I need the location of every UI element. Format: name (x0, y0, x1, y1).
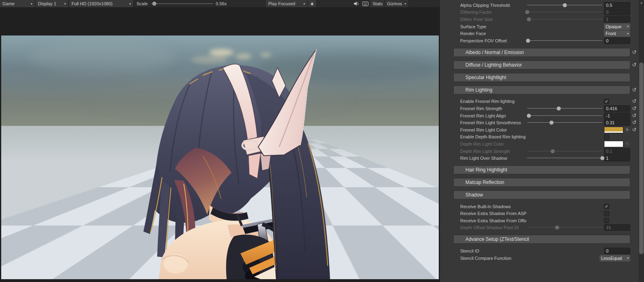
spacer (527, 247, 602, 255)
section-header-shadow[interactable]: Shadow (453, 190, 630, 199)
section-header-albedo-normal-emission[interactable]: Albedo / Normal / Emission (453, 48, 630, 57)
section-header-specular-hightlight[interactable]: Specular Hightlight (453, 73, 630, 82)
rim-light-over-shadow-value-field[interactable]: 1 (604, 155, 630, 161)
game-tab-dropdown[interactable]: Game ▾ (0, 0, 35, 7)
dropdown-value: Opaque (606, 24, 621, 29)
spacer (527, 134, 602, 141)
spacer (527, 98, 602, 105)
value-column (604, 218, 630, 223)
receive-extra-shadow-from-offsetted-depth-map-checkbox[interactable] (604, 218, 609, 223)
dither-pixel-size-value-field: 1 (604, 16, 630, 23)
revert-icon[interactable]: ↺ (630, 105, 638, 112)
row-dither-pixel-size: Dither Pixel Size1 (440, 16, 638, 23)
revert-icon[interactable]: ↺ (630, 113, 638, 119)
scale-slider[interactable] (151, 0, 213, 7)
fresnel-rim-strength-value-field[interactable]: 0.416 (604, 105, 630, 112)
depth-rim-light-color-swatch (604, 141, 623, 147)
stencil-id-value-field[interactable]: 0 (604, 248, 630, 254)
value-column: 0.5 (604, 2, 630, 8)
revert-icon[interactable]: ↺ (630, 98, 638, 104)
value-column: 0.416 (604, 105, 630, 112)
play-focused-dropdown[interactable]: Play Focused ▾ (266, 0, 308, 7)
rim-light-over-shadow-slider[interactable] (527, 155, 602, 162)
fresnel-rim-light-smoothness-value-field[interactable]: 0.31 (604, 119, 630, 126)
row-stencil-id: Stencil ID0 (440, 247, 638, 255)
section-specular-hightlight: Specular Hightlight (440, 73, 638, 82)
alpha-clipping-threshold-value-field[interactable]: 0.5 (604, 2, 630, 8)
render-face-dropdown[interactable]: Front▾ (604, 30, 630, 37)
fresnel-rim-light-align-value-field[interactable]: -1 (604, 113, 630, 119)
resolution-dropdown[interactable]: Full HD (1920x1080) ▾ (69, 0, 134, 7)
display-label: Display 1 (38, 1, 56, 6)
property-label: Receive Extra Shadow From Offsetted Dept… (460, 218, 526, 223)
value-column: 0.31 (604, 119, 630, 126)
enable-fresnel-rim-lighting-checkbox[interactable]: ✓ (604, 99, 609, 104)
gizmos-dropdown[interactable]: Gizmos ▾ (385, 0, 409, 7)
value-column (604, 134, 630, 140)
mute-audio-button[interactable] (352, 0, 360, 7)
section-header-rim-lighting[interactable]: Rim Lighting (453, 86, 630, 94)
enable-depth-based-rim-lighting-checkbox[interactable] (604, 134, 609, 140)
fresnel-rim-light-align-slider[interactable] (527, 112, 602, 119)
section-rim-lighting: Rim Lighting↺ (440, 86, 638, 94)
receive-extra-shadow-from-asp-shadowmap-checkbox[interactable] (604, 211, 609, 216)
value-column: ✎ (604, 127, 630, 133)
slider-knob[interactable] (549, 121, 554, 125)
slider-knob[interactable] (527, 114, 531, 118)
slider-knob (551, 149, 555, 153)
depth-rim-light-strength-slider (527, 148, 602, 155)
game-view-panel: Game ▾ Display 1 ▾ Full HD (1920x1080) ▾… (0, 0, 440, 282)
property-label: Fresnel Rim Light Align (460, 113, 526, 118)
revert-icon[interactable]: ↺ (630, 87, 638, 93)
game-viewport[interactable] (0, 7, 440, 282)
slider-knob[interactable] (563, 3, 567, 7)
game-tab-label: Game (2, 1, 15, 6)
fresnel-rim-strength-slider[interactable] (527, 105, 602, 112)
receive-built-in-shadows-checkbox[interactable]: ✓ (604, 204, 609, 209)
scroll-up-icon[interactable]: ▲ (639, 0, 644, 6)
slider-knob[interactable] (600, 156, 604, 160)
stencil-compare-function-dropdown[interactable]: LessEqual▾ (600, 255, 630, 261)
revert-icon[interactable]: ↺ (630, 62, 638, 68)
section-shadow: Shadow (440, 190, 638, 199)
slider-track (527, 115, 602, 116)
alpha-clipping-threshold-slider[interactable] (527, 2, 602, 9)
value-column: Opaque▾ (604, 23, 630, 30)
section-header-hair-ring-hightlight[interactable]: Hair Ring Hightlight (453, 165, 630, 174)
slider-track (527, 108, 602, 109)
slider-track (527, 227, 602, 228)
perspective-fov-offset-value-field[interactable]: 0 (604, 38, 630, 44)
eyedropper-icon[interactable]: ✎ (624, 127, 630, 133)
fresnel-rim-light-color-swatch[interactable] (604, 127, 623, 133)
scrollbar-thumb[interactable] (639, 63, 644, 254)
section-header-advance-setup-ztest-stencil[interactable]: Advance Setup (ZTest/Stencil (453, 235, 630, 244)
spacer (527, 203, 602, 210)
slider-knob[interactable] (526, 39, 530, 43)
fresnel-rim-light-smoothness-slider[interactable] (527, 119, 602, 126)
property-label: Depth Rim Light Color (460, 142, 526, 146)
stats-button[interactable]: Stats (370, 0, 385, 7)
property-label: Fresnel Rim Light Color (460, 127, 526, 132)
inspector-scrollbar[interactable]: ▲ (639, 0, 644, 282)
property-label: Fresnel Rim Strength (460, 106, 526, 111)
section-header-matcap-reflection[interactable]: Matcap Reflection (453, 178, 630, 187)
display-dropdown[interactable]: Display 1 ▾ (36, 0, 69, 7)
slider-knob[interactable] (557, 107, 561, 111)
revert-icon[interactable]: ↺ (630, 119, 638, 126)
row-alpha-clipping-threshold: Alpha Clipping Threshold0.5 (440, 2, 638, 9)
scale-slider-knob[interactable] (152, 2, 156, 6)
slider-knob (555, 226, 559, 230)
property-label: Depth Offset Shadow Pixel Di (460, 225, 526, 230)
revert-icon[interactable]: ↺ (630, 127, 638, 133)
debug-bug-button[interactable] (308, 0, 317, 7)
keyboard-input-button[interactable] (361, 0, 369, 7)
section-header-diffuse-lighting-behavior[interactable]: Diffuse / Lighting Behavior (453, 61, 630, 69)
row-receive-built-in-shadows: Receive Built-In Shadows✓ (440, 203, 638, 210)
dithering-factor-value-field: 0 (604, 9, 630, 15)
chevron-down-icon: ▾ (627, 256, 629, 260)
revert-icon[interactable]: ↺ (630, 49, 638, 56)
perspective-fov-offset-slider[interactable] (527, 37, 602, 44)
row-stencil-compare-function: Stencil Compare FunctionLessEqual▾ (440, 255, 638, 262)
surface-type-dropdown[interactable]: Opaque▾ (604, 23, 630, 30)
material-properties: Alpha Clipping Threshold0.5Dithering Fac… (440, 0, 638, 261)
